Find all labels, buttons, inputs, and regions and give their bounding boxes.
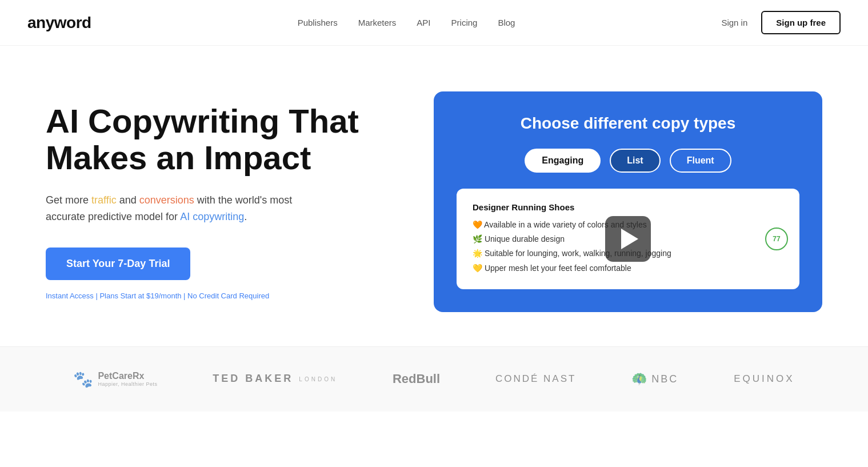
tedbaker-name: TED BAKER (213, 373, 293, 385)
navbar: anyword Publishers Marketers API Pricing… (0, 0, 868, 46)
logo-nbc: 🦚 NBC (631, 372, 678, 386)
subtitle-pre: Get more (46, 194, 91, 206)
logos-section: 🐾 PetCareRx Happier, Healthier Pets TED … (0, 346, 868, 412)
nbc-name: NBC (651, 373, 678, 385)
nav-actions: Sign in Sign up free (721, 11, 841, 34)
copy-type-buttons: Engaging List Fluent (457, 149, 799, 173)
hero-right: Choose different copy types Engaging Lis… (434, 91, 822, 312)
video-card: Choose different copy types Engaging Lis… (434, 91, 822, 312)
copy-btn-engaging[interactable]: Engaging (525, 149, 601, 173)
condenast-name: CONDÉ NAST (495, 373, 576, 385)
list-item: 💛 Upper mesh let your feet feel comforta… (473, 261, 783, 276)
copy-btn-list[interactable]: List (610, 149, 660, 173)
nav-link-blog[interactable]: Blog (498, 18, 515, 27)
petcare-text-block: PetCareRx Happier, Healthier Pets (98, 371, 157, 387)
hero-cta-button[interactable]: Start Your 7-Day Trial (46, 248, 190, 280)
hero-title: AI Copywriting That Makes an Impact (46, 103, 366, 176)
petcare-sub: Happier, Healthier Pets (98, 381, 157, 387)
logo-tedbaker: TED BAKER LONDON (213, 373, 337, 385)
logo-petcarerx: 🐾 PetCareRx Happier, Healthier Pets (73, 370, 157, 389)
nav-link-api[interactable]: API (417, 18, 430, 27)
logo-condenast: CONDÉ NAST (495, 373, 576, 385)
hero-links-text: Instant Access | Plans Start at $19/mont… (46, 292, 366, 300)
play-triangle-icon (621, 229, 638, 249)
subtitle-end: . (244, 211, 247, 222)
video-card-title: Choose different copy types (457, 114, 799, 133)
play-button[interactable] (605, 216, 651, 262)
copy-btn-fluent[interactable]: Fluent (670, 149, 731, 173)
product-name: Designer Running Shoes (473, 202, 783, 212)
signup-button[interactable]: Sign up free (761, 11, 841, 34)
signin-link[interactable]: Sign in (721, 18, 747, 27)
hero-left: AI Copywriting That Makes an Impact Get … (46, 103, 366, 300)
subtitle-conversions: conversions (139, 194, 194, 206)
tedbaker-location: LONDON (299, 376, 337, 382)
nav-link-marketers[interactable]: Marketers (358, 18, 397, 27)
nav-link-publishers[interactable]: Publishers (298, 18, 338, 27)
hero-subtitle: Get more traffic and conversions with th… (46, 192, 309, 225)
nbc-icon: 🦚 (631, 372, 647, 386)
logo-equinox: EQUINOX (734, 373, 794, 385)
content-card-wrapper: Designer Running Shoes 🧡 Available in a … (457, 189, 799, 289)
subtitle-ai: AI copywriting (180, 211, 244, 222)
hero-section: AI Copywriting That Makes an Impact Get … (0, 46, 868, 346)
petcare-name: PetCareRx (98, 371, 157, 381)
nav-link-pricing[interactable]: Pricing (451, 18, 478, 27)
petcare-icon: 🐾 (73, 370, 93, 389)
nav-links: Publishers Marketers API Pricing Blog (298, 18, 515, 28)
subtitle-mid1: and (117, 194, 139, 206)
score-badge: 77 (765, 227, 788, 250)
subtitle-traffic: traffic (91, 194, 117, 206)
logo[interactable]: anyword (27, 14, 91, 32)
equinox-name: EQUINOX (734, 373, 794, 385)
logo-redbull: RedBull (393, 372, 440, 386)
redbull-name: RedBull (393, 372, 440, 386)
